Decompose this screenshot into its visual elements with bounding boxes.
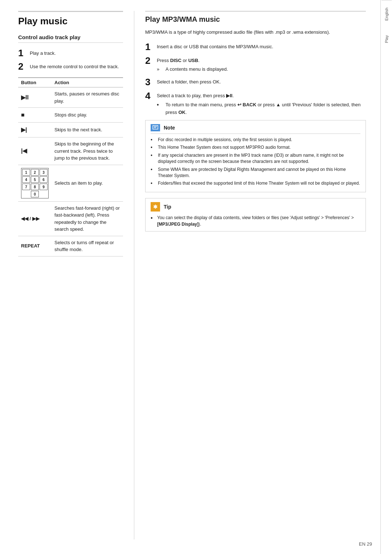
- step-1: 1 Play a track.: [18, 48, 123, 58]
- note-header: Note: [151, 124, 360, 134]
- note-item: •This Home Theater System does not suppo…: [151, 144, 360, 151]
- tip-bullet: •: [151, 214, 157, 221]
- note-box: Note •For disc recorded in multiple sess…: [145, 120, 366, 193]
- note-bullet: •: [151, 137, 156, 143]
- step-2: 2 Use the remote control to control the …: [18, 61, 123, 72]
- table-row: ▶IIStarts, pauses or resumes disc play.: [18, 87, 123, 108]
- table-header-action: Action: [52, 78, 123, 87]
- numpad-cell: 1: [22, 169, 30, 176]
- right-step-text: Press DISC or USB.: [157, 57, 228, 65]
- numpad-cell: 4: [22, 176, 30, 183]
- step-text-2: Use the remote control to control the tr…: [30, 61, 119, 70]
- tip-text: You can select the display of data conte…: [157, 214, 360, 227]
- right-step-text: Select a folder, then press OK.: [157, 78, 221, 86]
- table-cell-button: 1234567890: [18, 165, 52, 201]
- table-cell-button: REPEAT: [18, 236, 52, 256]
- note-item-text: For disc recorded in multiple sessions, …: [158, 137, 292, 143]
- step-text-1: Play a track.: [30, 48, 56, 57]
- right-column: Play MP3/WMA music MP3/WMA is a type of …: [134, 11, 366, 539]
- bullet-text: To return to the main menu, press ↩ BACK…: [166, 101, 366, 116]
- right-step-text: Insert a disc or USB that contains the M…: [157, 43, 273, 51]
- table-row: ■Stops disc play.: [18, 108, 123, 123]
- right-step-body: Press DISC or USB.»A contents menu is di…: [157, 56, 228, 73]
- side-tab-play: Play: [381, 28, 392, 50]
- numpad-cell: 3: [40, 169, 48, 176]
- right-step-bullet: •To return to the main menu, press ↩ BAC…: [157, 101, 366, 116]
- right-step-2: 2Press DISC or USB.»A contents menu is d…: [145, 56, 366, 73]
- table-cell-action: Starts, pauses or resumes disc play.: [52, 87, 123, 108]
- table-row: ◀◀ / ▶▶Searches fast-forward (right) or …: [18, 201, 123, 236]
- note-item: •Some WMA files are protected by Digital…: [151, 167, 360, 179]
- note-item-text: Folders/files that exceed the supported …: [158, 180, 360, 186]
- right-step-number: 2: [145, 56, 157, 66]
- side-tab: English Play: [380, 0, 392, 554]
- note-item: •If any special characters are present i…: [151, 152, 360, 165]
- note-bullet: •: [151, 144, 156, 151]
- table-header-button: Button: [18, 78, 52, 87]
- note-bullet: •: [151, 167, 156, 173]
- right-intro: MP3/WMA is a type of highly compressed a…: [145, 29, 366, 36]
- right-step-3: 3Select a folder, then press OK.: [145, 77, 366, 87]
- table-cell-button: ■: [18, 108, 52, 123]
- side-tab-english: English: [381, 0, 392, 28]
- table-cell-button: ▶|: [18, 123, 52, 138]
- right-step-sub: »A contents menu is displayed.: [157, 66, 228, 73]
- tip-item: • You can select the display of data con…: [151, 214, 360, 227]
- note-item: •For disc recorded in multiple sessions,…: [151, 137, 360, 143]
- note-icon: [151, 124, 160, 131]
- numpad-cell: 6: [40, 176, 48, 183]
- right-step-body: Insert a disc or USB that contains the M…: [157, 42, 273, 51]
- note-title: Note: [164, 125, 175, 131]
- button-table: Button Action ▶IIStarts, pauses or resum…: [18, 77, 123, 257]
- sub-text: A contents menu is displayed.: [166, 66, 228, 73]
- right-step-4: 4Select a track to play, then press ▶II.…: [145, 91, 366, 116]
- sub-bullet: »: [157, 66, 163, 73]
- note-item-text: Some WMA files are protected by Digital …: [158, 167, 360, 179]
- right-step-1: 1Insert a disc or USB that contains the …: [145, 42, 366, 52]
- numpad-cell: 2: [31, 169, 39, 176]
- table-cell-action: Selects or turns off repeat or shuffle m…: [52, 236, 123, 256]
- table-cell-action: Searches fast-forward (right) or fast-ba…: [52, 201, 123, 236]
- numpad-zero: 0: [31, 191, 39, 197]
- right-step-number: 1: [145, 42, 157, 52]
- section-title: Control audio track play: [18, 34, 123, 43]
- left-column: Play music Control audio track play 1 Pl…: [18, 11, 134, 539]
- step-number-2: 2: [18, 61, 30, 72]
- note-bullet: •: [151, 180, 156, 186]
- tip-header: ✱ Tip: [151, 202, 360, 212]
- note-item-text: If any special characters are present in…: [158, 152, 360, 165]
- page-title: Play music: [18, 11, 123, 27]
- note-item-text: This Home Theater System does not suppor…: [158, 144, 291, 151]
- note-item: •Folders/files that exceed the supported…: [151, 180, 360, 186]
- numpad-cell: 9: [40, 184, 48, 190]
- numpad-cell: 7: [22, 184, 30, 190]
- numpad-cell: 5: [31, 176, 39, 183]
- note-bullet: •: [151, 152, 156, 159]
- svg-rect-0: [153, 126, 158, 129]
- right-title: Play MP3/WMA music: [145, 11, 366, 24]
- tip-box: ✱ Tip • You can select the display of da…: [145, 198, 366, 231]
- tip-title: Tip: [164, 204, 171, 210]
- table-cell-button: |◀: [18, 138, 52, 165]
- right-step-body: Select a folder, then press OK.: [157, 77, 221, 86]
- bullet-dot: •: [157, 101, 163, 108]
- tip-icon: ✱: [151, 202, 160, 212]
- numpad-cell: 8: [31, 184, 39, 190]
- right-step-text: Select a track to play, then press ▶II.: [157, 92, 366, 100]
- table-row: ▶|Skips to the next track.: [18, 123, 123, 138]
- right-step-body: Select a track to play, then press ▶II.•…: [157, 91, 366, 116]
- table-cell-action: Selects an item to play.: [52, 165, 123, 201]
- numpad: 1234567890: [21, 168, 49, 198]
- table-cell-button: ▶II: [18, 87, 52, 108]
- table-row: |◀Skips to the beginning of the current …: [18, 138, 123, 165]
- page-footer: EN 29: [359, 541, 372, 547]
- table-cell-action: Stops disc play.: [52, 108, 123, 123]
- table-row: REPEATSelects or turns off repeat or shu…: [18, 236, 123, 256]
- table-cell-action: Skips to the beginning of the current tr…: [52, 138, 123, 165]
- table-row: 1234567890Selects an item to play.: [18, 165, 123, 201]
- step-number-1: 1: [18, 48, 30, 58]
- table-cell-action: Skips to the next track.: [52, 123, 123, 138]
- right-step-number: 4: [145, 91, 157, 101]
- right-step-number: 3: [145, 77, 157, 87]
- table-cell-button: ◀◀ / ▶▶: [18, 201, 52, 236]
